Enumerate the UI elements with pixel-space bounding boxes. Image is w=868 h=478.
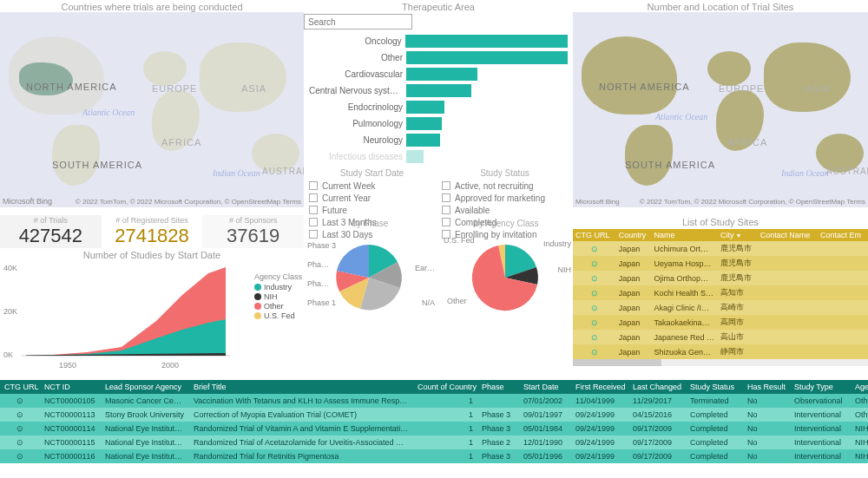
checkbox-icon[interactable]	[442, 206, 450, 214]
therapeutic-hbar-chart[interactable]: Oncology Other Cardiovascular Central Ne…	[304, 33, 573, 165]
col-city[interactable]: City▼	[718, 229, 758, 241]
table-row[interactable]: ⊙JapanAkagi Clinic /I…高崎市	[573, 300, 868, 315]
sites-table[interactable]: CTG URL Country Name City▼ Contact Name …	[573, 229, 868, 359]
link-icon[interactable]: ⊙	[573, 315, 616, 330]
studies-table-panel: CTG URL NCT ID Lead Sponsor Agency Brief…	[0, 380, 868, 463]
checkbox-icon[interactable]	[442, 181, 450, 190]
table-row[interactable]: ⊙NCT00000115National Eye Institute (…Ran…	[0, 435, 868, 449]
dot-icon	[254, 293, 261, 300]
filter-option[interactable]: Approved for marketing	[442, 192, 568, 204]
hbar-bar[interactable]	[406, 150, 424, 163]
checkbox-icon[interactable]	[309, 206, 318, 214]
legend-item[interactable]: U.S. Fed	[254, 311, 302, 320]
col-phase[interactable]: Phase	[477, 380, 519, 394]
hbar-bar[interactable]	[406, 68, 477, 81]
table-row[interactable]: ⊙NCT00000105Masonic Cancer Cente…Vaccina…	[0, 394, 868, 408]
trials-card[interactable]: # of Trials 427542	[0, 215, 102, 248]
col-sponsor[interactable]: Lead Sponsor Agency	[101, 380, 189, 394]
dot-icon	[254, 284, 261, 291]
col-type[interactable]: Study Type	[790, 380, 851, 394]
col-contact-email[interactable]: Contact Em	[818, 229, 868, 241]
legend-item[interactable]: Industry	[254, 283, 302, 291]
label-europe: EUROPE	[719, 83, 764, 94]
label-north-america: NORTH AMERICA	[26, 82, 116, 92]
col-nct[interactable]: NCT ID	[40, 380, 101, 394]
link-icon[interactable]: ⊙	[0, 394, 40, 408]
sponsors-card[interactable]: # of Sponsors 37619	[202, 215, 304, 248]
link-icon[interactable]: ⊙	[573, 344, 616, 359]
link-icon[interactable]: ⊙	[573, 330, 616, 344]
filter-option[interactable]: Available	[442, 204, 568, 216]
sites-header-row: CTG URL Country Name City▼ Contact Name …	[573, 229, 868, 241]
col-last[interactable]: Last Changed	[628, 380, 686, 394]
table-row[interactable]: ⊙NCT00000113Stony Brook UniversityCorrec…	[0, 408, 868, 422]
link-icon[interactable]: ⊙	[0, 435, 40, 449]
pie-label: Other	[447, 297, 467, 305]
checkbox-icon[interactable]	[309, 193, 318, 202]
link-icon[interactable]: ⊙	[573, 271, 616, 285]
link-icon[interactable]: ⊙	[573, 256, 616, 271]
agency-pie[interactable]: by Agency Class U.S. Fed Industry NIH Ot…	[440, 217, 573, 325]
table-row[interactable]: ⊙JapanKochi Health S…高知市	[573, 285, 868, 300]
h-scrollbar[interactable]	[573, 359, 868, 366]
col-ctg-url[interactable]: CTG URL	[0, 380, 40, 394]
col-agency[interactable]: Agency	[851, 380, 868, 394]
col-first[interactable]: First Received	[571, 380, 628, 394]
legend-item[interactable]: NIH	[254, 292, 302, 301]
studies-table[interactable]: CTG URL NCT ID Lead Sponsor Agency Brief…	[0, 380, 868, 463]
col-has[interactable]: Has Result	[743, 380, 790, 394]
col-country[interactable]: Country	[616, 229, 652, 241]
col-contact-name[interactable]: Contact Name	[758, 229, 818, 241]
filter-option[interactable]: Future	[309, 204, 435, 216]
table-row[interactable]: ⊙NCT00000116National Eye Institute (…Ran…	[0, 449, 868, 463]
x-tick: 1950	[59, 361, 76, 370]
table-row[interactable]: ⊙JapanTakaokaekina…高岡市	[573, 315, 868, 330]
col-status[interactable]: Study Status	[686, 380, 743, 394]
hbar-label: Neurology	[309, 135, 403, 145]
legend-item[interactable]: Other	[254, 302, 302, 311]
hbar-bar[interactable]	[405, 35, 568, 48]
link-icon[interactable]: ⊙	[0, 422, 40, 435]
scrollbar-thumb[interactable]	[573, 359, 661, 366]
link-icon[interactable]: ⊙	[0, 449, 40, 463]
area-chart[interactable]: 40K 20K 0K 1950 2000 Agency Class Indust…	[0, 260, 304, 382]
table-row[interactable]: ⊙JapanJapanese Red …高山市	[573, 330, 868, 344]
checkbox-icon[interactable]	[442, 193, 450, 202]
col-start[interactable]: Start Date	[519, 380, 571, 394]
link-icon[interactable]: ⊙	[573, 300, 616, 315]
hbar-bar[interactable]	[406, 117, 442, 130]
col-ctg-url[interactable]: CTG URL	[573, 229, 616, 241]
hbar-bar[interactable]	[406, 84, 471, 97]
filter-option[interactable]: Current Year	[309, 192, 435, 204]
col-brief[interactable]: Brief Title	[189, 380, 413, 394]
link-icon[interactable]: ⊙	[573, 241, 616, 256]
y-tick: 20K	[3, 307, 17, 316]
pie-label: Phase 1	[307, 298, 336, 307]
hbar-bar[interactable]	[406, 101, 444, 114]
countries-map[interactable]: NORTH AMERICA SOUTH AMERICA EUROPE ASIA …	[0, 12, 304, 207]
link-icon[interactable]: ⊙	[0, 408, 40, 422]
sites-card[interactable]: # of Registered Sites 2741828	[102, 215, 203, 248]
card-value: 37619	[202, 225, 304, 247]
label-austral: AUSTRAL	[826, 167, 868, 176]
hbar-bar[interactable]	[406, 134, 440, 147]
hbar-bar[interactable]	[406, 51, 568, 64]
table-row[interactable]: ⊙NCT00000114National Eye Institute (…Ran…	[0, 422, 868, 435]
label-indian: Indian Ocean	[781, 168, 829, 178]
checkbox-icon[interactable]	[309, 181, 318, 190]
link-icon[interactable]: ⊙	[573, 285, 616, 300]
table-row[interactable]: ⊙JapanOjima Orthop…鹿児島市	[573, 271, 868, 285]
table-row[interactable]: ⊙JapanUeyama Hosp…鹿児島市	[573, 256, 868, 271]
table-row[interactable]: ⊙JapanUchimura Ort…鹿児島市	[573, 241, 868, 256]
trial-sites-map-panel: Number and Location of Trial Sites NORTH…	[573, 0, 868, 215]
col-name[interactable]: Name	[652, 229, 718, 241]
hbar-label: Endocrinology	[309, 102, 403, 112]
search-input[interactable]	[304, 14, 412, 29]
filter-option[interactable]: Active, not recruiting	[442, 180, 568, 192]
filter-option[interactable]: Current Week	[309, 180, 435, 192]
phase-pie[interactable]: by Phase Phase 3 Pha… Pha… Phase 1 Ear…	[304, 217, 437, 325]
pies-panel: by Phase Phase 3 Pha… Pha… Phase 1 Ear…	[304, 215, 573, 380]
col-count[interactable]: Count of Country	[413, 380, 477, 394]
sites-map[interactable]: NORTH AMERICA SOUTH AMERICA EUROPE ASIA …	[573, 12, 868, 207]
table-row[interactable]: ⊙JapanShizuoka Gen…静岡市	[573, 344, 868, 359]
